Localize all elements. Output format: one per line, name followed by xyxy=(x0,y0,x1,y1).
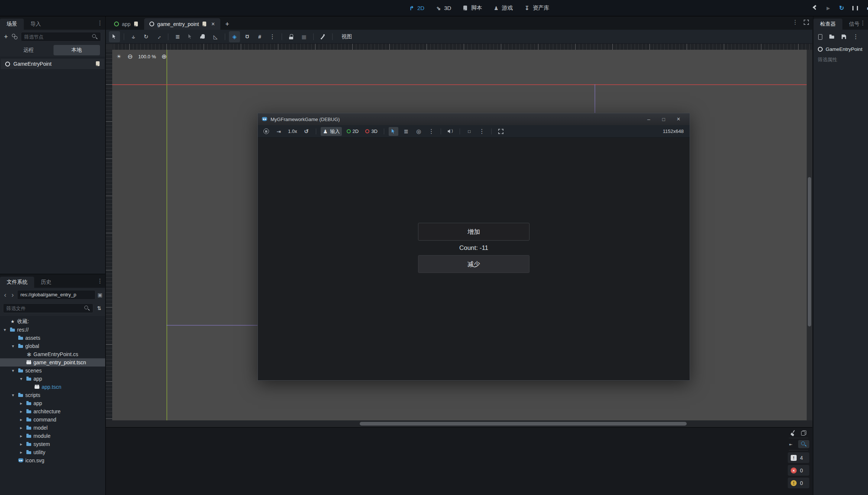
file-tree-item[interactable]: global xyxy=(0,342,105,350)
dock-tab[interactable]: 场景 xyxy=(0,19,24,30)
clear-output-icon[interactable] xyxy=(790,430,796,436)
game-list-select-button[interactable] xyxy=(401,127,411,136)
file-filter-input[interactable] xyxy=(6,306,82,311)
property-filter-input[interactable]: 筛选属性 xyxy=(813,54,868,65)
tool-button[interactable] xyxy=(267,31,278,42)
restart-game-button[interactable] xyxy=(302,127,311,136)
back-icon[interactable] xyxy=(2,292,8,298)
sort-files-icon[interactable] xyxy=(96,305,102,311)
tabstrip-menu-icon[interactable] xyxy=(792,19,798,25)
game-select-tool-button[interactable] xyxy=(389,127,398,136)
chevron-icon[interactable] xyxy=(10,392,16,398)
tool-button[interactable] xyxy=(153,31,164,42)
workspace-tab[interactable]: 资产库 xyxy=(524,4,549,12)
game-canvas[interactable]: 增加 Count: -11 减少 xyxy=(258,138,690,380)
run-control-button[interactable] xyxy=(839,5,845,11)
scene-tree-root-node[interactable]: GameEntryPoint xyxy=(1,59,104,69)
camera-override-button[interactable] xyxy=(464,127,474,136)
chevron-icon[interactable] xyxy=(18,351,25,357)
file-tree-item[interactable]: utility xyxy=(0,448,105,456)
tool-button[interactable] xyxy=(317,31,328,42)
file-tree-item[interactable]: model xyxy=(0,424,105,432)
file-tree-item[interactable]: assets xyxy=(0,334,105,342)
chevron-icon[interactable] xyxy=(10,343,16,349)
script-icon[interactable] xyxy=(95,61,101,67)
next-frame-button[interactable] xyxy=(274,127,284,136)
warnings-filter-button[interactable]: ! 0 xyxy=(788,478,809,488)
horizontal-scrollbar[interactable] xyxy=(106,420,812,427)
game-debug-window[interactable]: MyGFrameworkGame (DEBUG) 1.0x 输入 2D 3D xyxy=(258,113,690,381)
path-input[interactable] xyxy=(20,292,92,297)
zoom-out-button[interactable] xyxy=(127,53,133,59)
file-tree-item[interactable]: res:// xyxy=(0,326,105,334)
chevron-icon[interactable] xyxy=(1,327,8,333)
close-icon[interactable] xyxy=(210,21,216,27)
dock-tab[interactable]: 文件系统 xyxy=(0,277,34,288)
tool-button[interactable] xyxy=(185,31,196,42)
tool-button[interactable] xyxy=(298,31,310,42)
chevron-icon[interactable] xyxy=(1,319,8,325)
tool-button[interactable] xyxy=(109,31,120,42)
workspace-tab[interactable]: 3D xyxy=(435,5,451,11)
tool-button[interactable] xyxy=(242,31,253,42)
file-tree-item[interactable]: scenes xyxy=(0,367,105,375)
minimize-button[interactable] xyxy=(641,114,656,124)
errors-filter-button[interactable]: × 0 xyxy=(788,465,809,476)
view-menu-button[interactable]: 视图 xyxy=(338,31,356,42)
dock-menu-icon[interactable] xyxy=(97,278,103,284)
dock-tab[interactable]: 导入 xyxy=(24,19,48,30)
zoom-percent-button[interactable]: 100.0 % xyxy=(138,54,156,59)
workspace-tab[interactable]: 2D xyxy=(409,5,424,11)
close-button[interactable] xyxy=(671,114,686,124)
suspend-button[interactable] xyxy=(262,127,271,136)
embed-fullscreen-button[interactable] xyxy=(496,127,506,136)
scene-tab[interactable]: app xyxy=(109,18,143,30)
file-tree-item[interactable]: GameEntryPoint.cs xyxy=(0,350,105,358)
tool-button[interactable] xyxy=(172,31,183,42)
dock-tab[interactable]: 历史 xyxy=(34,277,58,288)
save-resource-icon[interactable] xyxy=(841,34,847,40)
new-resource-icon[interactable] xyxy=(817,34,823,40)
game-window-titlebar[interactable]: MyGFrameworkGame (DEBUG) xyxy=(258,113,690,125)
file-tree-item[interactable]: 收藏: xyxy=(0,317,105,326)
increase-button[interactable]: 增加 xyxy=(418,223,529,241)
script-icon[interactable] xyxy=(201,21,207,27)
horizontal-scrollbar-thumb[interactable] xyxy=(360,422,687,426)
node-filter-input[interactable] xyxy=(24,34,90,40)
file-tree-item[interactable]: scripts xyxy=(0,391,105,399)
inspected-node-row[interactable]: GameEntryPoint xyxy=(813,44,868,54)
split-view-icon[interactable] xyxy=(97,292,103,298)
decrease-button[interactable]: 减少 xyxy=(418,255,529,273)
zoom-in-button[interactable] xyxy=(161,53,167,59)
dock-tab[interactable]: 检查器 xyxy=(813,19,842,30)
chevron-icon[interactable] xyxy=(18,359,25,365)
file-tree-item[interactable]: game_entry_point.tscn xyxy=(0,358,105,367)
dock-menu-icon[interactable] xyxy=(860,20,866,26)
debug-3d-button[interactable]: 3D xyxy=(363,127,379,136)
scene-tab[interactable]: game_entry_point xyxy=(144,18,220,30)
chevron-icon[interactable] xyxy=(10,368,16,374)
tool-button[interactable] xyxy=(286,31,297,42)
collapse-output-icon[interactable] xyxy=(788,441,794,447)
file-tree-item[interactable]: app xyxy=(0,399,105,407)
debug-2d-button[interactable]: 2D xyxy=(345,127,361,136)
maximize-button[interactable] xyxy=(656,114,671,124)
script-icon[interactable] xyxy=(133,21,139,27)
file-tree-item[interactable]: architecture xyxy=(0,407,105,416)
chevron-icon[interactable] xyxy=(18,400,25,406)
run-control-button[interactable] xyxy=(865,5,868,11)
run-control-button[interactable] xyxy=(812,5,818,11)
tool-button[interactable] xyxy=(254,31,265,42)
local-button[interactable]: 本地 xyxy=(54,45,100,55)
chevron-icon[interactable] xyxy=(10,457,16,463)
expand-viewport-icon[interactable] xyxy=(803,19,809,25)
camera-options-button[interactable] xyxy=(477,127,487,136)
new-scene-tab-button[interactable] xyxy=(220,18,234,30)
file-tree-item[interactable]: module xyxy=(0,432,105,440)
input-mode-button[interactable]: 输入 xyxy=(321,127,342,136)
tool-button[interactable] xyxy=(197,31,208,42)
chevron-icon[interactable] xyxy=(18,425,25,431)
run-control-button[interactable] xyxy=(825,5,831,11)
load-resource-icon[interactable] xyxy=(829,34,835,40)
vertical-scrollbar-thumb[interactable] xyxy=(808,177,811,326)
